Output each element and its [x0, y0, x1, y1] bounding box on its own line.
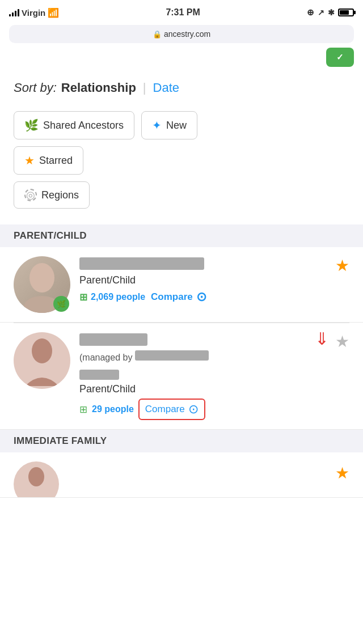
- signal-bars: [9, 9, 19, 16]
- filter-starred[interactable]: ★ Starred: [14, 146, 83, 175]
- star-area-3: ★: [335, 464, 349, 482]
- arrow-icon: ↗: [318, 8, 324, 17]
- match-name-2-redacted: [79, 333, 147, 346]
- down-arrow-area: ⇓: [315, 329, 329, 349]
- bar3: [15, 11, 16, 16]
- star-button-2[interactable]: ★: [335, 332, 349, 351]
- filter-row-2: ★ Starred: [14, 146, 349, 175]
- match-item-1: 🌿 Parent/Child ⊞ 2,069 people Compare ⊙ …: [0, 247, 363, 323]
- sort-active[interactable]: Relationship: [61, 80, 136, 95]
- star-button-1[interactable]: ★: [335, 256, 349, 275]
- avatar-wrap-2: [14, 332, 70, 389]
- filter-row-3: ◎ Regions: [14, 181, 349, 209]
- battery-fill: [340, 10, 349, 15]
- top-button-area: ✓: [0, 48, 363, 71]
- match-item-3-preview: ★: [0, 452, 363, 498]
- bar4: [18, 9, 19, 16]
- sort-label: Sort by:: [14, 80, 57, 95]
- star-filter-icon: ★: [24, 154, 35, 167]
- download-arrow-icon: ⇓: [315, 329, 329, 348]
- bar1: [9, 14, 11, 16]
- match-relationship-2: Parent/Child: [79, 383, 349, 395]
- top-green-button[interactable]: ✓: [326, 48, 354, 67]
- manager-name-redacted: [135, 350, 209, 361]
- filter-regions-label: Regions: [41, 189, 79, 201]
- url-text: ancestry.com: [164, 29, 210, 39]
- compare-link-2[interactable]: Compare: [145, 404, 185, 415]
- dna-icon: ✦: [152, 118, 162, 132]
- compare-circle-icon-1: ⊙: [196, 290, 206, 304]
- location-icon: ⊕: [307, 7, 314, 18]
- filter-area: 🌿 Shared Ancestors ✦ New ★ Starred ◎ Reg…: [0, 104, 363, 224]
- status-bar: Virgin 📶 7:31 PM ⊕ ↗ ✱: [0, 0, 363, 25]
- leaf-badge-icon: 🌿: [57, 300, 66, 308]
- status-left: Virgin 📶: [9, 7, 59, 18]
- carrier-label: Virgin: [22, 8, 45, 18]
- filter-new-label: New: [166, 120, 187, 132]
- time-display: 7:31 PM: [166, 7, 200, 18]
- filter-new[interactable]: ✦ New: [141, 111, 197, 139]
- lock-icon: 🔒: [153, 30, 162, 39]
- filter-row-1: 🌿 Shared Ancestors ✦ New: [14, 111, 349, 139]
- shared-icon-1: ⊞: [79, 291, 87, 303]
- people-count-2: 29 people: [92, 404, 134, 414]
- battery-icon: [338, 9, 354, 16]
- bluetooth-icon: ✱: [328, 8, 335, 17]
- avatar-3: [14, 461, 59, 498]
- sort-bar: Sort by: Relationship | Date: [0, 71, 363, 104]
- compare-highlight-box: Compare ⊙: [138, 399, 205, 420]
- section-header-immediate-family: IMMEDIATE FAMILY: [0, 430, 363, 452]
- filter-regions[interactable]: ◎ Regions: [14, 181, 90, 209]
- status-right: ⊕ ↗ ✱: [307, 7, 354, 18]
- compare-circle-icon-2: ⊙: [188, 402, 199, 417]
- avatar-wrap-1: 🌿: [14, 256, 70, 313]
- sort-divider: |: [143, 80, 146, 95]
- svg-point-2: [32, 338, 52, 363]
- svg-point-0: [29, 263, 54, 293]
- match-relationship-1: Parent/Child: [79, 274, 349, 286]
- match-item-2: (managed by Parent/Child ⊞ 29 people Com…: [0, 323, 363, 430]
- url-bar[interactable]: 🔒 ancestry.com: [9, 25, 354, 43]
- match-actions-2: ⊞ 29 people Compare ⊙: [79, 399, 349, 420]
- managed-by-text: (managed by: [79, 350, 349, 363]
- compare-link-1[interactable]: Compare: [151, 291, 193, 303]
- match-info-1: Parent/Child ⊞ 2,069 people Compare ⊙: [79, 256, 349, 306]
- silhouette-2: [22, 335, 62, 386]
- star-button-3[interactable]: ★: [335, 464, 349, 482]
- filter-shared-ancestors[interactable]: 🌿 Shared Ancestors: [14, 111, 134, 139]
- globe-icon: ◎: [24, 189, 37, 201]
- sort-date-link[interactable]: Date: [153, 80, 179, 95]
- svg-point-3: [28, 467, 44, 486]
- bar2: [12, 12, 14, 16]
- avatar-wrap-3: [14, 461, 59, 498]
- section-header-parent-child: PARENT/CHILD: [0, 224, 363, 247]
- manager-name-2-redacted: [79, 370, 119, 380]
- leaf-icon: 🌿: [24, 118, 39, 132]
- silhouette-3: [21, 464, 52, 498]
- avatar-2: [14, 332, 70, 389]
- filter-starred-label: Starred: [39, 155, 73, 167]
- match-people-1: ⊞ 2,069 people Compare ⊙: [79, 290, 349, 304]
- filter-shared-ancestors-label: Shared Ancestors: [43, 120, 124, 132]
- avatar-badge-1: 🌿: [53, 296, 69, 312]
- match-name-1-redacted: [79, 257, 204, 270]
- shared-icon-2: ⊞: [79, 404, 87, 416]
- wifi-icon: 📶: [48, 7, 59, 18]
- people-count-1: 2,069 people: [91, 292, 145, 302]
- match-info-2: (managed by Parent/Child ⊞ 29 people Com…: [79, 332, 349, 420]
